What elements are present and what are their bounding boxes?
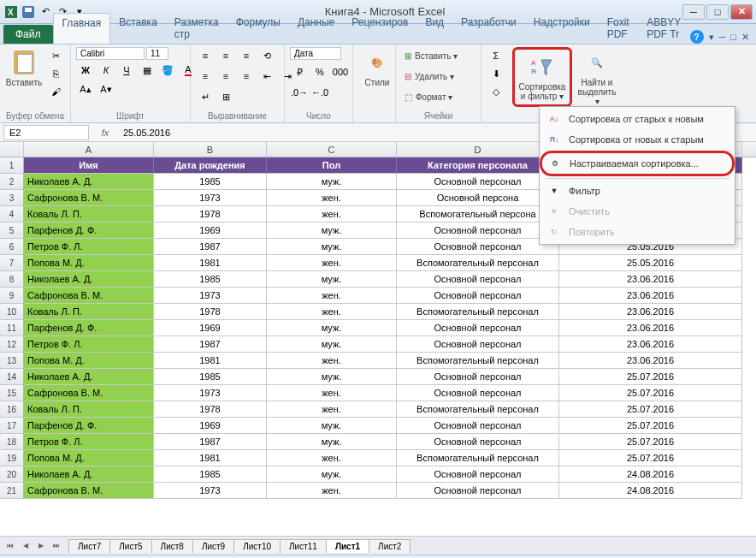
cell[interactable]: 1973 [154,483,267,499]
percent-icon[interactable]: % [310,63,329,80]
indent-dec-icon[interactable]: ⇤ [257,68,276,85]
sheet-tab[interactable]: Лист2 [369,539,410,553]
cell[interactable]: Основной персонал [397,466,559,483]
cell[interactable]: Основной персонал [397,434,559,450]
row-header[interactable]: 14 [0,369,24,385]
filter-item[interactable]: ▼ Фильтр [541,181,733,201]
wrap-text-icon[interactable]: ↵ [196,88,215,105]
cut-icon[interactable]: ✂ [46,47,65,64]
insert-cells-button[interactable]: ⊞Вставить ▾ [401,47,461,64]
cell[interactable]: муж. [267,223,397,239]
cell[interactable]: 25.07.2016 [559,385,742,401]
cell[interactable]: 1978 [154,401,267,418]
col-header-B[interactable]: B [154,142,267,157]
border-button[interactable]: ▦ [138,62,157,79]
orientation-icon[interactable]: ⟲ [257,47,276,64]
cell[interactable]: Основной персонал [397,271,559,288]
format-cells-button[interactable]: ⬚Формат ▾ [401,88,456,105]
cell[interactable]: Парфенов Д. Ф. [24,223,154,239]
doc-restore-icon[interactable]: □ [730,32,736,42]
cell[interactable]: жен. [267,450,397,466]
cell[interactable]: 1981 [154,450,267,466]
cell[interactable]: 1969 [154,223,267,239]
cell[interactable]: муж. [267,418,397,434]
header-cell[interactable]: Пол [267,157,397,174]
bold-button[interactable]: Ж [76,62,95,79]
cell[interactable]: жен. [267,206,397,223]
close-button[interactable]: ✕ [730,4,753,20]
cell[interactable]: 23.06.2016 [559,320,742,336]
font-name-select[interactable]: Calibri [76,47,145,60]
cell[interactable]: Основной персонал [397,223,559,239]
cell[interactable]: 25.05.2016 [559,255,742,271]
sheet-tab[interactable]: Лист8 [151,539,193,553]
cell[interactable]: 1985 [154,174,267,190]
cell[interactable]: муж. [267,271,397,288]
sort-desc-item[interactable]: Я↓ Сортировка от новых к старым [541,129,733,150]
cell[interactable]: Основной персона [397,190,559,206]
align-middle-icon[interactable]: ≡ [216,47,235,64]
cell[interactable]: 24.08.2016 [559,466,742,483]
styles-button[interactable]: 🎨 Стили [358,47,396,89]
cell[interactable]: Попова М. Д. [24,255,154,271]
cell[interactable]: Основной персонал [397,483,559,499]
select-all-corner[interactable] [0,142,24,157]
ribbon-tab-6[interactable]: Вид [416,13,452,44]
row-header[interactable]: 6 [0,239,24,255]
cell[interactable]: жен. [267,401,397,418]
cell[interactable]: 1969 [154,418,267,434]
cell[interactable]: Основной персонал [397,336,559,353]
format-painter-icon[interactable]: 🖌 [46,83,65,100]
sheet-tab[interactable]: Лист10 [233,539,281,553]
ribbon-tab-2[interactable]: Разметка стр [166,13,227,44]
merge-icon[interactable]: ⊞ [216,88,235,105]
cell[interactable]: жен. [267,353,397,369]
cell[interactable]: 1978 [154,206,267,223]
maximize-button[interactable]: □ [706,4,729,20]
cell[interactable]: Петров Ф. Л. [24,434,154,450]
fill-icon[interactable]: ⬇ [487,65,505,82]
cell[interactable]: Вспомогательный персонал [397,255,559,271]
ribbon-tab-1[interactable]: Вставка [110,13,166,44]
cell[interactable]: муж. [267,466,397,483]
cell[interactable]: жен. [267,483,397,499]
cell[interactable]: 23.06.2016 [559,271,742,288]
sort-asc-item[interactable]: А↓ Сортировка от старых к новым [541,109,733,129]
cell[interactable]: жен. [267,190,397,206]
cell[interactable]: муж. [267,320,397,336]
cell[interactable]: Основной персонал [397,288,559,304]
cell[interactable]: 1985 [154,369,267,385]
cell[interactable]: Попова М. Д. [24,353,154,369]
ribbon-tab-3[interactable]: Формулы [227,13,289,44]
row-header[interactable]: 3 [0,190,24,206]
cell[interactable]: 1987 [154,434,267,450]
sheet-tab[interactable]: Лист9 [192,539,234,553]
cell[interactable]: муж. [267,174,397,190]
row-header[interactable]: 19 [0,450,24,466]
col-header-A[interactable]: A [24,142,154,157]
cell[interactable]: Основной персонал [397,239,559,255]
cell[interactable]: Основной персонал [397,174,559,190]
copy-icon[interactable]: ⎘ [46,65,65,82]
row-header[interactable]: 18 [0,434,24,450]
row-header[interactable]: 9 [0,288,24,304]
comma-icon[interactable]: 000 [331,63,350,80]
ribbon-tab-10[interactable]: ABBYY PDF Tr [638,13,689,44]
row-header[interactable]: 10 [0,304,24,320]
cell[interactable]: Основной персонал [397,418,559,434]
name-box[interactable]: E2 [3,125,89,140]
cell[interactable]: Вспомогательный персона [397,206,559,223]
row-header[interactable]: 17 [0,418,24,434]
ribbon-tab-0[interactable]: Главная [53,13,111,44]
grow-font-icon[interactable]: A▴ [76,80,95,98]
cell[interactable]: Сафронова В. М. [24,190,154,206]
cell[interactable]: 1978 [154,304,267,320]
ribbon-tab-5[interactable]: Рецензиров [343,13,416,44]
header-cell[interactable]: Дата рождения [154,157,267,174]
save-icon[interactable] [21,4,36,20]
header-cell[interactable]: Имя [24,157,154,174]
doc-close-icon[interactable]: ✕ [741,32,749,43]
cell[interactable]: жен. [267,288,397,304]
cell[interactable]: Сафронова В. М. [24,385,154,401]
inc-decimal-icon[interactable]: .0→ [290,84,309,101]
